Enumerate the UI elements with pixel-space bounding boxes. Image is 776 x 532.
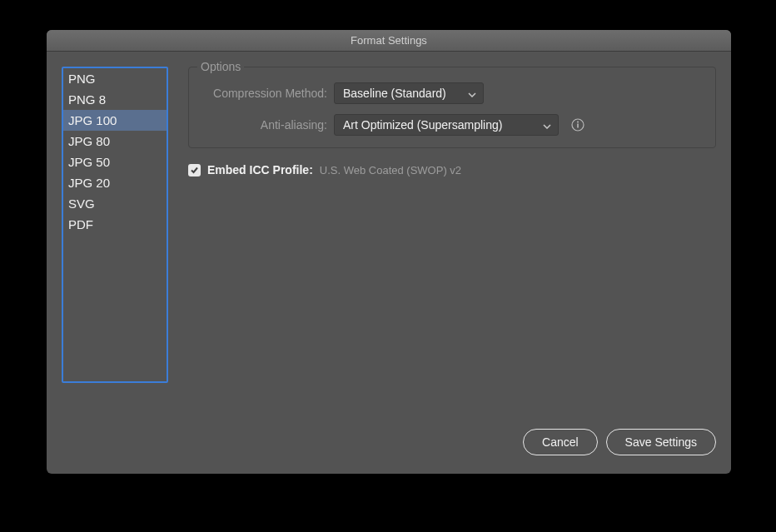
chevron-down-icon	[543, 118, 551, 132]
dialog-title: Format Settings	[351, 34, 427, 47]
format-item-jpg20[interactable]: JPG 20	[63, 172, 167, 193]
svg-point-1	[577, 122, 579, 123]
info-icon[interactable]	[570, 117, 585, 132]
format-item-png8[interactable]: PNG 8	[63, 89, 167, 110]
embed-row: Embed ICC Profile: U.S. Web Coated (SWOP…	[188, 163, 716, 177]
format-item-jpg100[interactable]: JPG 100	[63, 110, 167, 131]
save-settings-button[interactable]: Save Settings	[606, 429, 716, 455]
format-item-jpg80[interactable]: JPG 80	[63, 131, 167, 152]
embed-icc-checkbox[interactable]	[188, 164, 201, 177]
compression-dropdown[interactable]: Baseline (Standard)	[334, 82, 484, 104]
right-panel: Options Compression Method: Baseline (St…	[188, 67, 716, 414]
format-item-svg[interactable]: SVG	[63, 193, 167, 214]
format-item-jpg50[interactable]: JPG 50	[63, 152, 167, 172]
antialiasing-value: Art Optimized (Supersampling)	[343, 118, 502, 132]
format-item-png[interactable]: PNG	[63, 68, 167, 89]
cancel-button[interactable]: Cancel	[523, 429, 598, 455]
embed-icc-value: U.S. Web Coated (SWOP) v2	[320, 164, 461, 177]
format-list[interactable]: PNG PNG 8 JPG 100 JPG 80 JPG 50 JPG 20 S…	[62, 67, 168, 383]
dialog-body: PNG PNG 8 JPG 100 JPG 80 JPG 50 JPG 20 S…	[47, 52, 731, 429]
antialiasing-label: Anti-aliasing:	[201, 118, 334, 132]
antialiasing-dropdown[interactable]: Art Optimized (Supersampling)	[334, 114, 559, 136]
options-legend: Options	[197, 60, 244, 73]
format-item-pdf[interactable]: PDF	[63, 214, 167, 235]
options-group: Options Compression Method: Baseline (St…	[188, 67, 716, 148]
embed-icc-label: Embed ICC Profile:	[207, 163, 313, 177]
dialog-footer: Cancel Save Settings	[47, 429, 731, 474]
format-settings-dialog: Format Settings PNG PNG 8 JPG 100 JPG 80…	[47, 30, 731, 474]
chevron-down-icon	[468, 87, 476, 100]
compression-row: Compression Method: Baseline (Standard)	[201, 82, 704, 104]
svg-rect-2	[577, 124, 579, 128]
compression-value: Baseline (Standard)	[343, 87, 446, 100]
titlebar: Format Settings	[47, 30, 731, 52]
compression-label: Compression Method:	[201, 87, 334, 100]
antialiasing-row: Anti-aliasing: Art Optimized (Supersampl…	[201, 114, 704, 136]
